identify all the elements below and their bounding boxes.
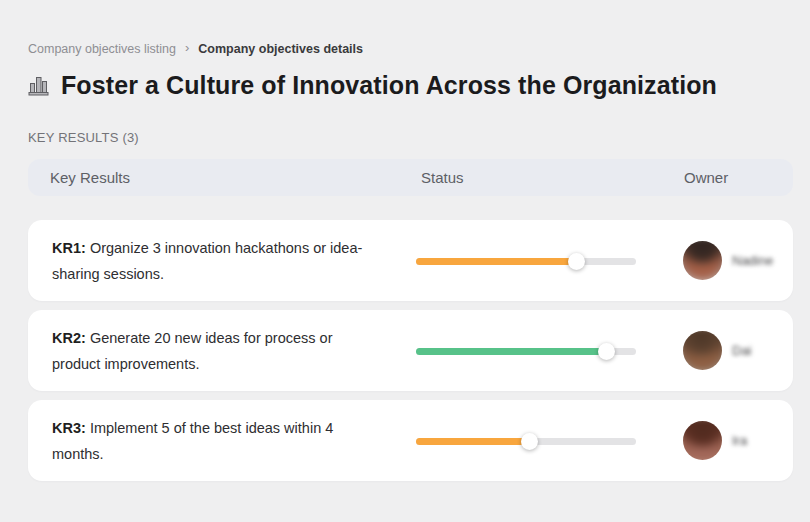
table-row-kr3[interactable]: KR3: Implement 5 of the best ideas withi… xyxy=(28,400,793,481)
breadcrumb-objectives-listing[interactable]: Company objectives listing xyxy=(28,42,176,56)
owner-name: Dai xyxy=(732,343,752,358)
column-header-key-results: Key Results xyxy=(28,169,413,186)
breadcrumb: Company objectives listing › Company obj… xyxy=(28,41,793,56)
kr1-description: KR1: Organize 3 innovation hackathons or… xyxy=(28,235,413,287)
table-row-kr2[interactable]: KR2: Generate 20 new ideas for process o… xyxy=(28,310,793,391)
kr2-text: Generate 20 new ideas for process or pro… xyxy=(52,330,332,372)
kr3-label: KR3: xyxy=(52,420,86,436)
kr3-owner-cell: Ira xyxy=(675,421,793,460)
buildings-icon xyxy=(28,74,49,97)
slider-handle[interactable] xyxy=(521,433,538,450)
kr3-progress-slider[interactable] xyxy=(416,432,636,450)
table-header-row: Key Results Status Owner xyxy=(28,159,793,196)
title-row: Foster a Culture of Innovation Across th… xyxy=(28,71,793,100)
chevron-right-icon: › xyxy=(185,40,189,55)
kr1-label: KR1: xyxy=(52,240,86,256)
avatar xyxy=(683,241,722,280)
kr2-status-cell xyxy=(413,342,675,360)
objective-details-page: Company objectives listing › Company obj… xyxy=(0,0,810,481)
kr3-text: Implement 5 of the best ideas within 4 m… xyxy=(52,420,333,462)
kr3-description: KR3: Implement 5 of the best ideas withi… xyxy=(28,415,413,467)
breadcrumb-objectives-details: Company objectives details xyxy=(198,42,363,56)
avatar xyxy=(683,331,722,370)
owner-name: Ira xyxy=(732,433,747,448)
page-title: Foster a Culture of Innovation Across th… xyxy=(61,71,717,100)
slider-fill xyxy=(416,258,577,265)
slider-fill xyxy=(416,438,530,445)
slider-handle[interactable] xyxy=(598,343,615,360)
kr1-progress-slider[interactable] xyxy=(416,252,636,270)
slider-handle[interactable] xyxy=(568,253,585,270)
key-results-section-label: KEY RESULTS (3) xyxy=(28,130,793,145)
slider-fill xyxy=(416,348,607,355)
column-header-owner: Owner xyxy=(675,169,793,186)
kr2-owner-cell: Dai xyxy=(675,331,793,370)
table-row-kr1[interactable]: KR1: Organize 3 innovation hackathons or… xyxy=(28,220,793,301)
owner-name: Nadine xyxy=(732,253,773,268)
avatar xyxy=(683,421,722,460)
kr3-status-cell xyxy=(413,432,675,450)
column-header-status: Status xyxy=(413,169,675,186)
kr2-label: KR2: xyxy=(52,330,86,346)
kr2-progress-slider[interactable] xyxy=(416,342,636,360)
kr1-text: Organize 3 innovation hackathons or idea… xyxy=(52,240,362,282)
kr2-description: KR2: Generate 20 new ideas for process o… xyxy=(28,325,413,377)
kr1-owner-cell: Nadine xyxy=(675,241,793,280)
key-results-list: KR1: Organize 3 innovation hackathons or… xyxy=(28,220,793,481)
kr1-status-cell xyxy=(413,252,675,270)
